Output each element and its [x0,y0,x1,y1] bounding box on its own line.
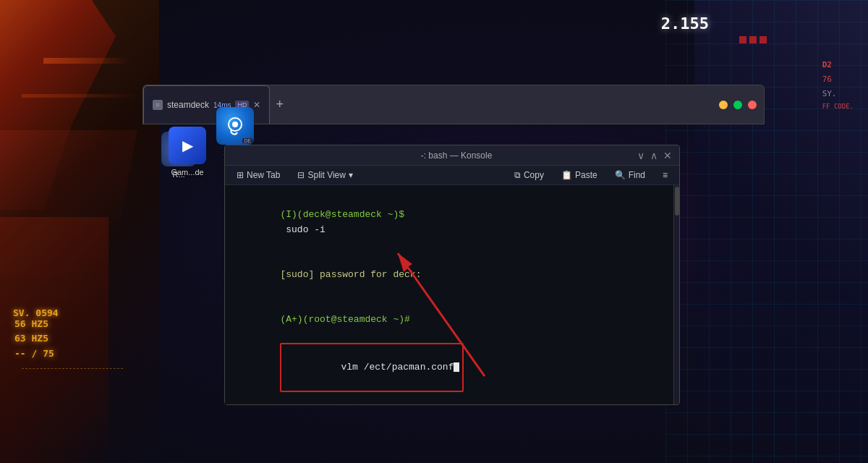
red-sq-3 [760,36,767,43]
copy-icon: ⧉ [514,170,521,180]
terminal-line-2: [sudo] password for deck: [235,252,663,297]
cursor-block [454,362,459,372]
prompt-root: (A+)(root@steamdeck ~)# [280,314,409,325]
window-controls [719,101,764,109]
konsole-title: -: bash — Konsole [276,150,637,161]
window-close-button[interactable] [748,101,757,109]
gamemode-icon-label: Gam...de [171,168,203,177]
terminal-body[interactable]: (I)(deck@steamdeck ~)$ sudo -i [sudo] pa… [225,185,673,404]
konsole-main: (I)(deck@steamdeck ~)$ sudo -i [sudo] pa… [225,185,679,404]
hud-line-decoration [22,368,123,369]
konsole-titlebar: -: bash — Konsole ∨ ∧ ✕ [225,145,679,166]
window-minimize-button[interactable] [719,101,728,109]
search-icon: 🔍 [615,170,626,180]
hud-sy-label: SY. [822,87,854,101]
konsole-scroll-thumb[interactable] [675,187,679,216]
paste-button[interactable]: 📋 Paste [557,169,602,182]
hud-hz2: 63 HZ5 [14,331,54,347]
sudo-password-prompt: [sudo] password for deck: [280,269,421,280]
gamemode-icon-container[interactable]: ▶ Gam...de [169,127,206,177]
gamemode-app-icon[interactable]: ▶ [169,127,206,164]
red-sq-2 [749,36,757,43]
konsole-close-btn[interactable]: ✕ [663,150,672,161]
find-button[interactable]: 🔍 Find [610,169,650,182]
hud-76-label: 76 [822,72,854,87]
konsole-chevron-down-btn[interactable]: ∨ [637,150,644,161]
hud-right-panel: D2 76 SY. FF CODE. [822,58,854,113]
accent-line-2 [22,94,137,98]
hud-left-stats: 56 HZ5 63 HZ5 -- / 75 [14,317,54,362]
hud-d2-label: D2 [822,58,854,72]
terminal-line-1: (I)(deck@steamdeck ~)$ sudo -i [235,192,663,252]
accent-line-1 [43,58,130,64]
new-tab-toolbar-button[interactable]: ⊞ New Tab [232,169,284,182]
new-tab-button[interactable]: + [276,97,284,112]
steam-de-badge: DE [242,138,252,143]
paste-icon: 📋 [561,170,572,180]
steam-app-icon[interactable]: DE [216,107,254,145]
hud-hz3: -- / 75 [14,347,54,362]
prompt-user-1: (I)(deck@steamdeck ~)$ [280,209,404,220]
steam-logo-svg [224,115,246,137]
konsole-toolbar: ⊞ New Tab ⊟ Split View ▾ ⧉ Copy 📋 Paste … [225,166,679,185]
cmd-vlm: vlm /ect/pacman.conf [341,362,454,373]
hud-red-indicators [739,36,767,43]
konsole-scrollbar[interactable] [673,185,679,404]
split-view-icon: ⊟ [297,170,305,180]
cmd-space [280,329,286,340]
konsole-chevron-up-btn[interactable]: ∧ [650,150,658,161]
hud-ff-label: FF CODE. [822,101,854,112]
hud-top-number: 2.155 [661,14,709,33]
svg-point-1 [232,122,238,127]
terminal-line-3: (A+)(root@steamdeck ~)# vlm /ect/pacman.… [235,298,663,404]
window-maximize-button[interactable] [733,101,742,109]
cmd-sudo: sudo -i [280,224,325,235]
tab-favicon: ≡ [153,100,163,110]
hud-hz1: 56 HZ5 [14,317,54,332]
tab-close-button[interactable]: ✕ [253,100,260,110]
copy-button[interactable]: ⧉ Copy [510,169,548,182]
tab-title: steamdeck [167,100,209,110]
split-view-button[interactable]: ⊟ Split View ▾ [293,169,357,182]
konsole-title-buttons: ∨ ∧ ✕ [637,150,672,161]
red-sq-1 [739,36,746,43]
highlighted-command: vlm /ect/pacman.conf [280,343,464,392]
new-tab-icon: ⊞ [237,170,244,180]
konsole-window: -: bash — Konsole ∨ ∧ ✕ ⊞ New Tab ⊟ Spli… [224,145,680,405]
menu-button[interactable]: ≡ [658,169,672,182]
